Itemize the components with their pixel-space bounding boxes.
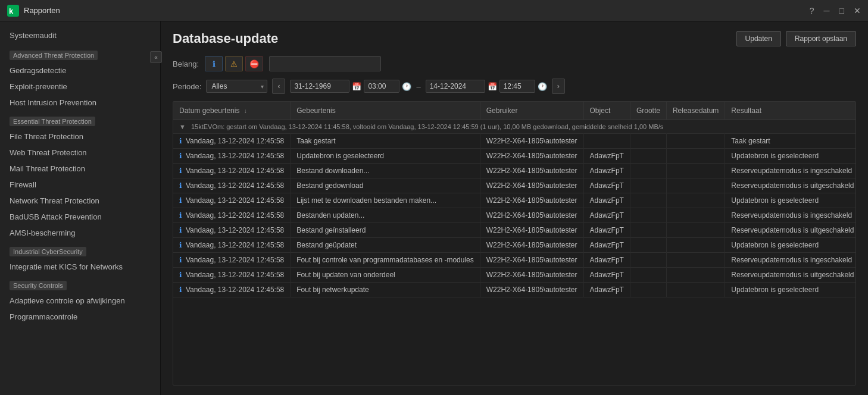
calendar-from-icon[interactable]: 📅 xyxy=(352,82,361,91)
cell-release xyxy=(666,268,725,283)
date-to-input[interactable] xyxy=(426,80,485,93)
table-row: ℹVandaag, 13-12-2024 12:45:58 Lijst met … xyxy=(173,193,856,208)
row-type-icon: ℹ xyxy=(179,211,182,220)
clock-from-icon[interactable]: 🕐 xyxy=(402,82,411,91)
severity-info-button[interactable]: ℹ xyxy=(205,56,223,71)
cell-release xyxy=(666,178,725,193)
cell-size xyxy=(630,253,666,268)
sidebar-item-integratie-kics[interactable]: Integratie met KICS for Networks xyxy=(0,259,160,275)
cell-result: Taak gestart xyxy=(725,134,856,149)
sidebar-item-badusb-attack-prevention[interactable]: BadUSB Attack Prevention xyxy=(0,209,160,225)
date-from-group: 📅 🕐 xyxy=(290,80,411,93)
sort-down-icon: ↓ xyxy=(244,108,247,114)
severity-filter: ℹ ⚠ ⛔ xyxy=(205,56,263,71)
sidebar-item-exploit-preventie[interactable]: Exploit-preventie xyxy=(0,79,160,95)
sidebar-item-systeemaudit[interactable]: Systeemaudit xyxy=(0,26,160,45)
sidebar: « Systeemaudit Advanced Threat Protectio… xyxy=(0,21,161,395)
table-group-row: ▼ 15ktEVOm: gestart om Vandaag, 13-12-20… xyxy=(173,120,856,134)
cell-result: Reserveupdatemodus is ingeschakeld xyxy=(725,253,856,268)
column-gebruiker[interactable]: Gebruiker xyxy=(480,102,583,120)
sidebar-item-gedragsdetectie[interactable]: Gedragsdetectie xyxy=(0,62,160,79)
cell-event: Bestand geüpdatet xyxy=(291,238,480,253)
sidebar-item-file-threat-protection[interactable]: File Threat Protection xyxy=(0,128,160,145)
cell-event: Updatebron is geselecteerd xyxy=(291,149,480,164)
sidebar-collapse-button[interactable]: « xyxy=(150,51,161,63)
time-from-input[interactable] xyxy=(364,80,399,93)
sidebar-item-programmacontrole[interactable]: Programmacontrole xyxy=(0,309,160,325)
column-label: Datum gebeurtenis xyxy=(179,106,239,115)
sidebar-item-label: Adaptieve controle op afwijkingen xyxy=(10,296,125,305)
minimize-button[interactable]: ─ xyxy=(824,6,830,15)
table-row: ℹVandaag, 13-12-2024 12:45:58 Fout bij u… xyxy=(173,268,856,283)
cell-object: AdawzFpT xyxy=(583,164,630,178)
column-gebeurtenis[interactable]: Gebeurtenis xyxy=(291,102,480,120)
period-bar: Periode: Alles Vandaag Deze week Deze ma… xyxy=(173,79,856,94)
events-table: Datum gebeurtenis ↓ Gebeurtenis Gebruike… xyxy=(173,102,856,297)
cell-release xyxy=(666,223,725,238)
sidebar-item-firewall[interactable]: Firewall xyxy=(0,177,160,193)
sidebar-item-label: AMSI-bescherming xyxy=(10,228,76,237)
sidebar-item-label: Gedragsdetectie xyxy=(10,66,66,75)
update-button[interactable]: Updaten xyxy=(736,31,781,46)
titlebar: k Rapporten ? ─ □ ✕ xyxy=(0,0,868,21)
help-button[interactable]: ? xyxy=(810,6,814,15)
sidebar-item-label: Firewall xyxy=(10,180,36,189)
column-datum-gebeurtenis[interactable]: Datum gebeurtenis ↓ xyxy=(173,102,291,120)
cell-event: Bestand downloaden... xyxy=(291,164,480,178)
close-button[interactable]: ✕ xyxy=(854,6,861,15)
cell-size xyxy=(630,208,666,223)
cell-result: Updatebron is geselecteerd xyxy=(725,149,856,164)
sidebar-item-mail-threat-protection[interactable]: Mail Threat Protection xyxy=(0,161,160,177)
clock-to-icon[interactable]: 🕐 xyxy=(538,82,547,91)
period-label: Periode: xyxy=(173,82,201,91)
period-prev-button[interactable]: ‹ xyxy=(272,79,285,94)
sidebar-item-host-intrusion-prevention[interactable]: Host Intrusion Prevention xyxy=(0,95,160,111)
period-select-wrapper: Alles Vandaag Deze week Deze maand ▾ xyxy=(206,80,267,93)
cell-object: AdawzFpT xyxy=(583,283,630,297)
cell-result: Reserveupdatemodus is uitgeschakeld xyxy=(725,223,856,238)
cell-size xyxy=(630,283,666,297)
filter-label: Belang: xyxy=(173,59,199,68)
cell-result: Updatebron is geselecteerd xyxy=(725,193,856,208)
calendar-to-icon[interactable]: 📅 xyxy=(488,82,497,91)
row-type-icon: ℹ xyxy=(179,271,182,279)
search-input[interactable] xyxy=(269,56,381,71)
severity-warning-button[interactable]: ⚠ xyxy=(225,56,243,71)
sidebar-item-network-threat-protection[interactable]: Network Threat Protection xyxy=(0,193,160,209)
sidebar-item-adaptieve-controle[interactable]: Adaptieve controle op afwijkingen xyxy=(0,293,160,309)
cell-event: Bestand gedownload xyxy=(291,178,480,193)
cell-user: W22H2-X64-1805\autotester xyxy=(480,164,583,178)
severity-error-button[interactable]: ⛔ xyxy=(245,56,263,71)
cell-size xyxy=(630,178,666,193)
column-label: Object xyxy=(590,106,611,115)
period-next-button[interactable]: › xyxy=(552,79,565,94)
column-resultaat[interactable]: Resultaat xyxy=(725,102,856,120)
column-grootte[interactable]: Grootte xyxy=(630,102,666,120)
svg-text:k: k xyxy=(9,7,14,15)
period-select[interactable]: Alles Vandaag Deze week Deze maand xyxy=(206,80,267,93)
group-expand-icon[interactable]: ▼ xyxy=(179,123,186,130)
maximize-button[interactable]: □ xyxy=(839,6,844,15)
cell-result: Reserveupdatemodus is uitgeschakeld xyxy=(725,178,856,193)
sidebar-category-essential-threat-protection: Essential Threat Protection xyxy=(10,117,95,126)
row-type-icon: ℹ xyxy=(179,256,182,264)
group-row-text: 15ktEVOm: gestart om Vandaag, 13-12-2024… xyxy=(191,123,663,130)
sidebar-item-label: Integratie met KICS for Networks xyxy=(10,262,123,271)
column-label: Grootte xyxy=(636,106,660,115)
sidebar-item-web-threat-protection[interactable]: Web Threat Protection xyxy=(0,145,160,161)
save-report-button[interactable]: Rapport opslaan xyxy=(786,31,856,46)
group-row-cell: ▼ 15ktEVOm: gestart om Vandaag, 13-12-20… xyxy=(173,120,856,134)
cell-release xyxy=(666,149,725,164)
time-to-input[interactable] xyxy=(499,80,535,93)
column-releasedatum[interactable]: Releasedatum xyxy=(666,102,725,120)
row-type-icon: ℹ xyxy=(179,226,182,234)
column-object[interactable]: Object xyxy=(583,102,630,120)
date-range-dash: – xyxy=(416,82,420,91)
date-from-input[interactable] xyxy=(290,80,349,93)
cell-user: W22H2-X64-1805\autotester xyxy=(480,149,583,164)
table-row: ℹVandaag, 13-12-2024 12:45:58 Taak gesta… xyxy=(173,134,856,149)
sidebar-item-amsi-bescherming[interactable]: AMSI-bescherming xyxy=(0,225,160,241)
cell-user: W22H2-X64-1805\autotester xyxy=(480,208,583,223)
sidebar-item-label: File Threat Protection xyxy=(10,132,83,141)
app-logo: k xyxy=(7,5,19,17)
